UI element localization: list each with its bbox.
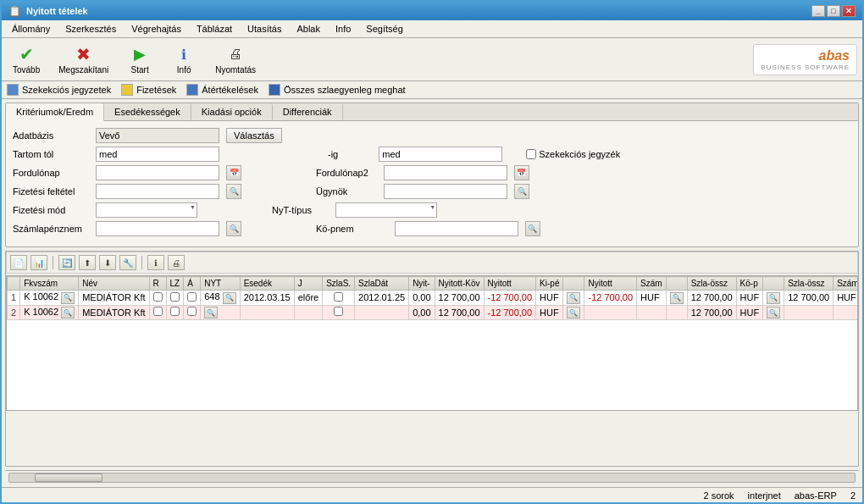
fizetesi-mod-select[interactable]: [96, 202, 197, 218]
tab-fizetes[interactable]: Fizetések: [121, 84, 176, 96]
row1-nyit: 0,00: [409, 291, 435, 306]
adatbazis-input[interactable]: [96, 128, 219, 143]
status-num: 2: [850, 490, 856, 501]
menu-ablak[interactable]: Ablak: [290, 22, 327, 36]
col-nyt: NYT: [201, 277, 240, 291]
menu-vegrehajtas[interactable]: Végrehajtás: [125, 22, 188, 36]
ko-pnem-ref-btn[interactable]: 🔍: [525, 221, 540, 236]
fordulonap2-input[interactable]: [384, 165, 507, 180]
h-scrollbar-thumb[interactable]: [35, 474, 102, 482]
row1-fkvszam: K 10062 🔍: [20, 291, 79, 306]
tab-esedekessegek[interactable]: Esedékességek: [104, 103, 191, 120]
row2-fkvszam-ref[interactable]: 🔍: [61, 307, 75, 318]
row1-ref1-btn[interactable]: 🔍: [567, 292, 580, 304]
menu-segitseg[interactable]: Segítség: [359, 22, 409, 36]
row1-ref3-btn[interactable]: 🔍: [767, 292, 780, 304]
ugynok-ref-btn[interactable]: 🔍: [514, 184, 529, 199]
menu-allomany[interactable]: Állomány: [5, 22, 57, 36]
row1-lz-check[interactable]: [170, 292, 180, 302]
table-row: 2 K 10062 🔍 MEDIÁTOR Kft 🔍: [8, 305, 859, 320]
tab-kriteriumok[interactable]: Kritériumok/Eredm: [6, 103, 104, 121]
menu-utasitas[interactable]: Utasítás: [241, 22, 288, 36]
tartom-tol-input[interactable]: [96, 147, 219, 162]
close-button[interactable]: ✕: [842, 5, 856, 17]
row2-nyitott: -12 700,00: [484, 305, 536, 320]
row2-r-check[interactable]: [153, 307, 163, 316]
check-icon: ✔: [14, 44, 38, 64]
row2-ref1-btn[interactable]: 🔍: [567, 307, 580, 318]
fizetesi-feltetel-input[interactable]: [96, 184, 219, 199]
row2-nyt-ref[interactable]: 🔍: [204, 307, 218, 318]
col-ko-p: Kö-p: [736, 277, 763, 291]
grid-tb-btn7[interactable]: ℹ: [147, 255, 164, 270]
menu-bar: Állomány Szerkesztés Végrehajtás Tábláza…: [2, 20, 862, 38]
col-kipe: Ki-pé: [536, 277, 563, 291]
row2-a-check[interactable]: [187, 307, 197, 316]
megszakitani-button[interactable]: ✖ Megszakítani: [53, 42, 114, 77]
row2-nyitott2: [584, 305, 637, 320]
print-button[interactable]: 🖨 Nyomtatás: [209, 42, 262, 77]
fordulonap2-ref-btn[interactable]: 📅: [514, 165, 529, 180]
row2-nyitott-kov: 12 700,00: [435, 305, 484, 320]
col-ref1: [563, 277, 584, 291]
row2-ref3-btn[interactable]: 🔍: [767, 307, 780, 318]
col-ref2: [666, 277, 687, 291]
row1-r-check[interactable]: [153, 292, 163, 302]
grid-tb-btn3[interactable]: 🔄: [58, 255, 75, 270]
menu-szerkesztes[interactable]: Szerkesztés: [58, 22, 123, 36]
row1-lz: [166, 291, 184, 306]
grid-tb-btn8[interactable]: 🖨: [168, 255, 185, 270]
nyt-tipus-select[interactable]: [335, 202, 437, 218]
ig-input[interactable]: [379, 147, 502, 162]
menu-info[interactable]: Info: [329, 22, 357, 36]
row2-lz-check[interactable]: [170, 307, 180, 316]
info-button[interactable]: ℹ Infó: [165, 42, 202, 77]
fizetesi-feltetel-ref-btn[interactable]: 🔍: [226, 184, 241, 199]
row2-nyit: 0,00: [409, 305, 435, 320]
h-scrollbar[interactable]: [8, 473, 856, 483]
window-title: Nyitott tételek: [26, 6, 88, 16]
status-bar: 2 sorok interjnet abas-ERP 2: [2, 487, 862, 502]
row2-ref3: 🔍: [763, 305, 784, 320]
row1-ref2-btn[interactable]: 🔍: [670, 292, 684, 304]
minimize-button[interactable]: _: [811, 5, 825, 17]
fizetes-icon: [121, 84, 133, 96]
row1-a-check[interactable]: [187, 292, 197, 302]
row1-szlas-check[interactable]: [334, 292, 343, 302]
menu-tablazat[interactable]: Táblázat: [190, 22, 239, 36]
col-szlas: SzlaS.: [323, 277, 355, 291]
tovabb-button[interactable]: ✔ Tovább: [7, 42, 46, 77]
col-nyitott: Nyitott: [484, 277, 536, 291]
tab-atertekelések[interactable]: Átértékelések: [186, 84, 258, 96]
row1-fkvszam-ref[interactable]: 🔍: [61, 292, 75, 304]
data-grid: Fkvszám Név R LZ Á NYT Esedék J SzlaS. S…: [7, 276, 858, 320]
grid-tb-btn1[interactable]: 📄: [10, 255, 27, 270]
szelekcios-checkbox[interactable]: [526, 149, 536, 159]
row2-szlas-check[interactable]: [334, 307, 343, 316]
col-j: J: [294, 277, 322, 291]
start-button[interactable]: ▶ Start: [121, 42, 158, 77]
ko-pnem-input[interactable]: [395, 221, 518, 236]
valasztas-button[interactable]: Választás: [226, 128, 282, 143]
row2-kipe: HUF: [536, 305, 563, 320]
row1-nyt-ref[interactable]: 🔍: [223, 292, 236, 304]
grid-tb-btn4[interactable]: ⬆: [79, 255, 96, 270]
fordulonap-ref-btn[interactable]: 📅: [226, 165, 241, 180]
grid-tb-btn5[interactable]: ⬇: [99, 255, 116, 270]
fizetesi-feltetel-row: Fizetési feltétel 🔍 Ügynök 🔍: [13, 184, 851, 199]
grid-tb-btn2[interactable]: 📊: [30, 255, 47, 270]
fordulonap-input[interactable]: [96, 165, 219, 180]
maximize-button[interactable]: □: [827, 5, 840, 17]
tab-differenciák[interactable]: Differenciák: [273, 103, 343, 120]
tab-osszes[interactable]: Összes szlaegyenleg meghat: [269, 84, 406, 96]
col-nev: Név: [79, 277, 149, 291]
row1-nyitott2: -12 700,00: [584, 291, 637, 306]
row2-ref2: [666, 305, 687, 320]
szamlapenznem-input[interactable]: [96, 221, 219, 236]
ugynok-input[interactable]: [384, 184, 507, 199]
tab-szelekcios[interactable]: Szekekciós jegyzetek: [7, 84, 111, 96]
grid-tb-btn6[interactable]: 🔧: [119, 255, 136, 270]
szamlapenznem-ref-btn[interactable]: 🔍: [226, 221, 241, 236]
grid-wrapper[interactable]: Fkvszám Név R LZ Á NYT Esedék J SzlaS. S…: [6, 275, 858, 411]
tab-kiadasi[interactable]: Kiadási opciók: [191, 103, 273, 120]
